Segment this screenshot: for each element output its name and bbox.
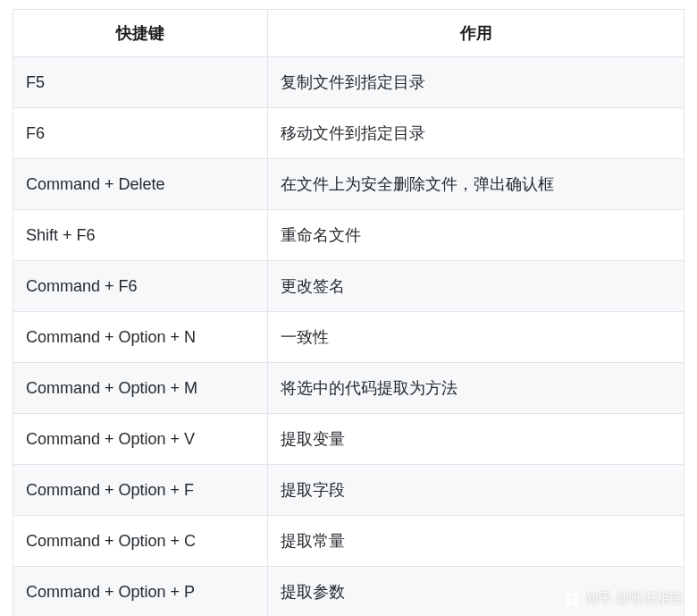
cell-shortcut: Command + Option + V bbox=[13, 414, 268, 465]
table-row: F5 复制文件到指定目录 bbox=[13, 57, 684, 108]
cell-shortcut: Command + Option + M bbox=[13, 363, 268, 414]
cell-action: 一致性 bbox=[268, 312, 684, 363]
cell-shortcut: F5 bbox=[13, 57, 268, 108]
cell-shortcut: Command + Option + C bbox=[13, 516, 268, 567]
zhihu-icon bbox=[564, 591, 580, 607]
cell-shortcut: Command + Option + N bbox=[13, 312, 268, 363]
table-row: Command + Delete 在文件上为安全删除文件，弹出确认框 bbox=[13, 159, 684, 210]
table-row: Shift + F6 重命名文件 bbox=[13, 210, 684, 261]
table-row: Command + Option + N 一致性 bbox=[13, 312, 684, 363]
cell-shortcut: Shift + F6 bbox=[13, 210, 268, 261]
cell-action: 将选中的代码提取为方法 bbox=[268, 363, 684, 414]
table-row: Command + F6 更改签名 bbox=[13, 261, 684, 312]
table-row: Command + Option + M 将选中的代码提取为方法 bbox=[13, 363, 684, 414]
cell-action: 重命名文件 bbox=[268, 210, 684, 261]
shortcuts-table: 快捷键 作用 F5 复制文件到指定目录 F6 移动文件到指定目录 Command… bbox=[13, 9, 684, 616]
header-action: 作用 bbox=[268, 10, 684, 57]
table-row: Command + Option + F 提取字段 bbox=[13, 465, 684, 516]
header-shortcut: 快捷键 bbox=[13, 10, 268, 57]
table-row: Command + Option + V 提取变量 bbox=[13, 414, 684, 465]
cell-action: 提取字段 bbox=[268, 465, 684, 516]
cell-action: 提取变量 bbox=[268, 414, 684, 465]
table-row: F6 移动文件到指定目录 bbox=[13, 108, 684, 159]
watermark: 知乎 @唯识相链 bbox=[564, 590, 683, 607]
cell-action: 移动文件到指定目录 bbox=[268, 108, 684, 159]
cell-action: 复制文件到指定目录 bbox=[268, 57, 684, 108]
shortcuts-table-wrapper: 快捷键 作用 F5 复制文件到指定目录 F6 移动文件到指定目录 Command… bbox=[0, 0, 697, 616]
cell-shortcut: Command + F6 bbox=[13, 261, 268, 312]
cell-shortcut: Command + Option + F bbox=[13, 465, 268, 516]
cell-action: 在文件上为安全删除文件，弹出确认框 bbox=[268, 159, 684, 210]
cell-shortcut: F6 bbox=[13, 108, 268, 159]
cell-action: 提取常量 bbox=[268, 516, 684, 567]
table-row: Command + Option + C 提取常量 bbox=[13, 516, 684, 567]
cell-shortcut: Command + Option + P bbox=[13, 567, 268, 617]
table-header-row: 快捷键 作用 bbox=[13, 10, 684, 57]
cell-action: 更改签名 bbox=[268, 261, 684, 312]
watermark-text: 知乎 @唯识相链 bbox=[585, 590, 683, 607]
cell-shortcut: Command + Delete bbox=[13, 159, 268, 210]
